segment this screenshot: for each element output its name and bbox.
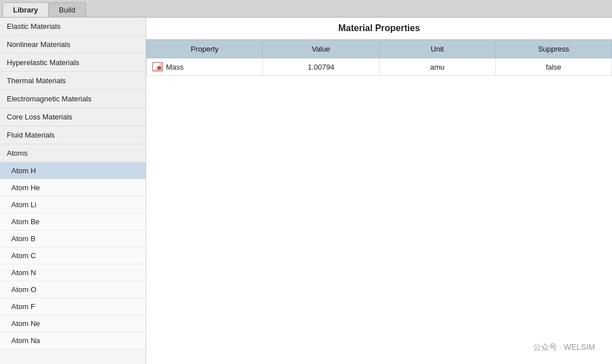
tab-library[interactable]: Library bbox=[2, 2, 49, 17]
col-header-suppress: Suppress bbox=[495, 40, 611, 58]
sidebar: Elastic Materials Nonlinear Materials Hy… bbox=[0, 18, 146, 364]
cell-property: Mass bbox=[147, 58, 263, 76]
sidebar-item-fluid[interactable]: Fluid Materials bbox=[0, 126, 146, 144]
table-row[interactable]: Mass 1.00794 amu false bbox=[147, 58, 612, 76]
col-header-unit: Unit bbox=[379, 40, 495, 58]
property-icon bbox=[152, 62, 163, 71]
sidebar-item-nonlinear[interactable]: Nonlinear Materials bbox=[0, 36, 146, 54]
app-container: Library Build Elastic Materials Nonlinea… bbox=[0, 0, 612, 364]
sidebar-item-thermal[interactable]: Thermal Materials bbox=[0, 72, 146, 90]
sidebar-item-atom-f[interactable]: Atom F bbox=[0, 298, 146, 315]
sidebar-item-atom-he[interactable]: Atom He bbox=[0, 179, 146, 196]
content-wrapper: Property Value Unit Suppress Mass bbox=[146, 40, 612, 364]
sidebar-item-elastic[interactable]: Elastic Materials bbox=[0, 18, 146, 36]
content-panel: Material Properties Property Value Unit … bbox=[146, 18, 612, 364]
properties-table: Property Value Unit Suppress Mass bbox=[146, 40, 612, 76]
sidebar-item-coreloss[interactable]: Core Loss Materials bbox=[0, 108, 146, 126]
sidebar-item-atom-c[interactable]: Atom C bbox=[0, 247, 146, 264]
sidebar-item-atoms[interactable]: Atoms bbox=[0, 144, 146, 162]
sidebar-item-atom-na[interactable]: Atom Na bbox=[0, 332, 146, 349]
sidebar-item-hyperelastic[interactable]: Hyperelastic Materials bbox=[0, 54, 146, 72]
tab-build[interactable]: Build bbox=[48, 2, 86, 17]
cell-suppress: false bbox=[495, 58, 611, 76]
sidebar-item-electromagnetic[interactable]: Electromagnetic Materials bbox=[0, 90, 146, 108]
tab-bar: Library Build bbox=[0, 0, 612, 18]
col-header-value: Value bbox=[263, 40, 379, 58]
sidebar-item-atom-be[interactable]: Atom Be bbox=[0, 213, 146, 230]
sidebar-item-atom-ne[interactable]: Atom Ne bbox=[0, 315, 146, 332]
cell-unit: amu bbox=[379, 58, 495, 76]
cell-value[interactable]: 1.00794 bbox=[263, 58, 379, 76]
watermark: 公众号 · WELSIM bbox=[533, 342, 595, 353]
sidebar-item-atom-b[interactable]: Atom B bbox=[0, 230, 146, 247]
col-header-property: Property bbox=[147, 40, 263, 58]
sidebar-item-atom-li[interactable]: Atom Li bbox=[0, 196, 146, 213]
table-header-row: Property Value Unit Suppress bbox=[147, 40, 612, 58]
sidebar-item-atom-h[interactable]: Atom H bbox=[0, 162, 146, 179]
panel-title: Material Properties bbox=[146, 18, 612, 40]
property-name: Mass bbox=[166, 63, 184, 71]
main-area: Elastic Materials Nonlinear Materials Hy… bbox=[0, 18, 612, 364]
sidebar-item-atom-n[interactable]: Atom N bbox=[0, 264, 146, 281]
sidebar-item-atom-o[interactable]: Atom O bbox=[0, 281, 146, 298]
